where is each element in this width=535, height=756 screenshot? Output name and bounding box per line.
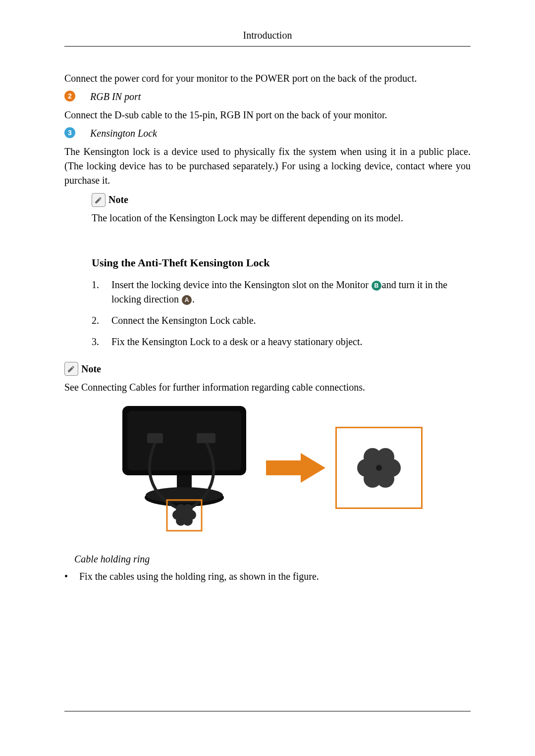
badge-a-icon: A (182, 295, 192, 305)
step-3-num: 3. (92, 335, 111, 349)
section-heading: Using the Anti-Theft Kensington Lock (92, 255, 471, 271)
svg-point-11 (183, 504, 193, 514)
list-item-3: 3 Kensington Lock (64, 126, 471, 141)
step-2-num: 2. (92, 313, 111, 328)
number-bullet-3-icon: 3 (64, 127, 75, 138)
page-header-title: Introduction (243, 30, 292, 41)
bullet-dot-icon: • (64, 569, 79, 584)
page-header: Introduction (64, 30, 471, 47)
item-2-title: RGB IN port (90, 90, 471, 104)
note-1-text: The location of the Kensington Lock may … (92, 211, 471, 225)
step-2: 2. Connect the Kensington Lock cable. (92, 313, 471, 328)
badge-b-icon: B (372, 281, 381, 291)
svg-point-22 (376, 470, 394, 488)
note-pencil-icon (92, 193, 106, 207)
cable-heading: Cable holding ring (74, 552, 471, 566)
step-3: 3. Fix the Kensington Lock to a desk or … (92, 335, 471, 349)
figure-cable-ring (64, 403, 471, 532)
note-2-label: Note (81, 362, 101, 376)
step-1-num: 1. (92, 278, 111, 306)
step-1-text: Insert the locking device into the Kensi… (111, 278, 471, 306)
svg-rect-3 (197, 433, 215, 443)
svg-point-23 (376, 465, 382, 471)
svg-marker-15 (266, 453, 325, 483)
note-1-label: Note (108, 193, 128, 207)
note-1: Note The location of the Kensington Lock… (92, 193, 471, 225)
number-bullet-2-icon: 2 (64, 91, 75, 101)
page: Introduction Connect the power cord for … (0, 0, 535, 756)
note-2: Note See Connecting Cables for further i… (64, 362, 471, 395)
list-item-2: 2 RGB IN port (64, 90, 471, 104)
note-2-text: See Connecting Cables for further inform… (64, 380, 471, 395)
svg-rect-1 (127, 411, 241, 470)
item-3-title: Kensington Lock (90, 126, 471, 141)
svg-rect-2 (147, 433, 163, 443)
step-1: 1. Insert the locking device into the Ke… (92, 278, 471, 306)
step-3-text: Fix the Kensington Lock to a desk or a h… (111, 335, 471, 349)
page-body: Connect the power cord for your monitor … (64, 71, 471, 584)
cable-bullet-text: Fix the cables using the holding ring, a… (79, 569, 319, 584)
power-cord-text: Connect the power cord for your monitor … (64, 71, 471, 86)
svg-point-20 (376, 448, 394, 466)
steps-list: 1. Insert the locking device into the Ke… (92, 278, 471, 349)
note-pencil-icon (64, 362, 78, 376)
footer-divider (64, 711, 471, 711)
cable-bullet-list: • Fix the cables using the holding ring,… (64, 569, 471, 584)
svg-point-13 (183, 516, 193, 526)
item-2-text: Connect the D-sub cable to the 15-pin, R… (64, 108, 471, 122)
monitor-illustration (112, 403, 256, 532)
ring-closeup-box (335, 427, 423, 509)
step-2-text: Connect the Kensington Lock cable. (111, 313, 471, 328)
arrow-right-icon (266, 453, 325, 483)
item-3-text: The Kensington lock is a device used to … (64, 145, 471, 188)
